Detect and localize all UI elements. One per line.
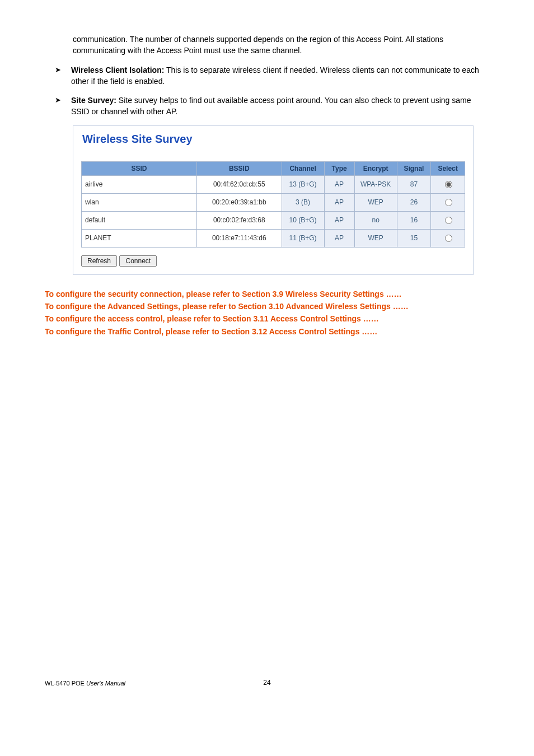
cell-type: AP [324,211,354,229]
cell-encrypt: WEP [354,229,397,247]
select-radio-1[interactable] [445,199,452,206]
cell-channel: 3 (B) [282,193,324,211]
th-bssid: BSSID [196,161,282,175]
table-row: PLANET 00:18:e7:11:43:d6 11 (B+G) AP WEP… [82,229,465,247]
cell-bssid: 00:c0:02:fe:d3:68 [196,211,282,229]
cell-bssid: 00:4f:62:0d:cb:55 [196,175,282,193]
cell-ssid: default [82,211,197,229]
cell-channel: 13 (B+G) [282,175,324,193]
cell-ssid: wlan [82,193,197,211]
bullet-text-site-survey: Site Survey: Site survey helps to find o… [71,95,489,118]
th-channel: Channel [282,161,324,175]
select-radio-3[interactable] [445,235,452,242]
bullet-text-isolation: Wireless Client Isolation: This is to se… [71,64,489,87]
survey-table: SSID BSSID Channel Type Encrypt Signal S… [81,161,465,248]
cell-channel: 10 (B+G) [282,211,324,229]
table-row: airlive 00:4f:62:0d:cb:55 13 (B+G) AP WP… [82,175,465,193]
th-encrypt: Encrypt [354,161,397,175]
cell-select [431,193,465,211]
wireless-site-survey-panel: Wireless Site Survey SSID BSSID Channel … [73,125,474,275]
th-type: Type [324,161,354,175]
cell-select [431,229,465,247]
survey-title: Wireless Site Survey [82,133,465,146]
th-select: Select [431,161,465,175]
footer-page-number: 24 [263,679,270,687]
cell-channel: 11 (B+G) [282,229,324,247]
th-signal: Signal [397,161,431,175]
cell-type: AP [324,229,354,247]
table-row: wlan 00:20:e0:39:a1:bb 3 (B) AP WEP 26 [82,193,465,211]
table-row: default 00:c0:02:fe:d3:68 10 (B+G) AP no… [82,211,465,229]
bullet-isolation: ➤ Wireless Client Isolation: This is to … [55,64,489,87]
table-header-row: SSID BSSID Channel Type Encrypt Signal S… [82,161,465,175]
footer-product: WL-5470 POE User's Manual [45,680,125,687]
cell-signal: 26 [397,193,431,211]
footnote-traffic-control: To configure the Traffic Control, please… [45,326,489,337]
footnote-security: To configure the security connection, pl… [45,288,489,300]
cell-bssid: 00:18:e7:11:43:d6 [196,229,282,247]
cell-ssid: airlive [82,175,197,193]
footnote-advanced: To configure the Advanced Settings, plea… [45,301,489,312]
refresh-button[interactable]: Refresh [81,255,117,267]
cell-signal: 16 [397,211,431,229]
cell-ssid: PLANET [82,229,197,247]
intro-paragraph: communication. The number of channels su… [73,34,489,57]
cell-encrypt: WEP [354,193,397,211]
bullet-arrow-icon: ➤ [55,96,61,104]
footnote-access-control: To configure the access control, please … [45,313,489,324]
connect-button[interactable]: Connect [119,255,157,267]
cell-encrypt: no [354,211,397,229]
th-ssid: SSID [82,161,197,175]
cell-select [431,211,465,229]
cell-type: AP [324,175,354,193]
bullet-label: Wireless Client Isolation: [71,66,164,74]
bullet-site-survey: ➤ Site Survey: Site survey helps to find… [55,95,489,118]
cell-signal: 15 [397,229,431,247]
cell-signal: 87 [397,175,431,193]
select-radio-2[interactable] [445,217,452,224]
bullet-label: Site Survey: [71,96,116,105]
cell-select [431,175,465,193]
cell-encrypt: WPA-PSK [354,175,397,193]
cell-type: AP [324,193,354,211]
bullet-body: Site survey helps to find out available … [71,96,471,116]
bullet-arrow-icon: ➤ [55,66,61,74]
select-radio-0[interactable] [445,181,452,188]
footnotes-block: To configure the security connection, pl… [45,288,489,337]
cell-bssid: 00:20:e0:39:a1:bb [196,193,282,211]
